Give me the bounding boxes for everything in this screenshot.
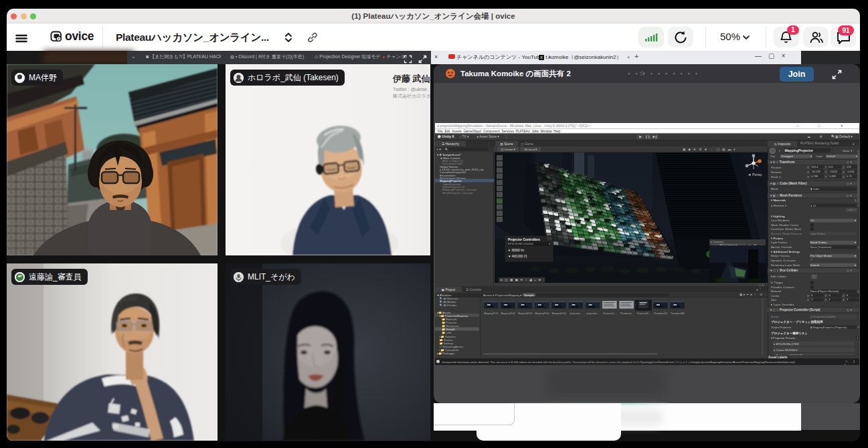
svg-text:伊藤 武仙: 伊藤 武仙 — [392, 74, 430, 84]
svg-text:株式会社ホロラボ: 株式会社ホロラボ — [392, 94, 430, 98]
svg-text:Twitter : @ukrse…: Twitter : @ukrse… — [393, 87, 430, 92]
